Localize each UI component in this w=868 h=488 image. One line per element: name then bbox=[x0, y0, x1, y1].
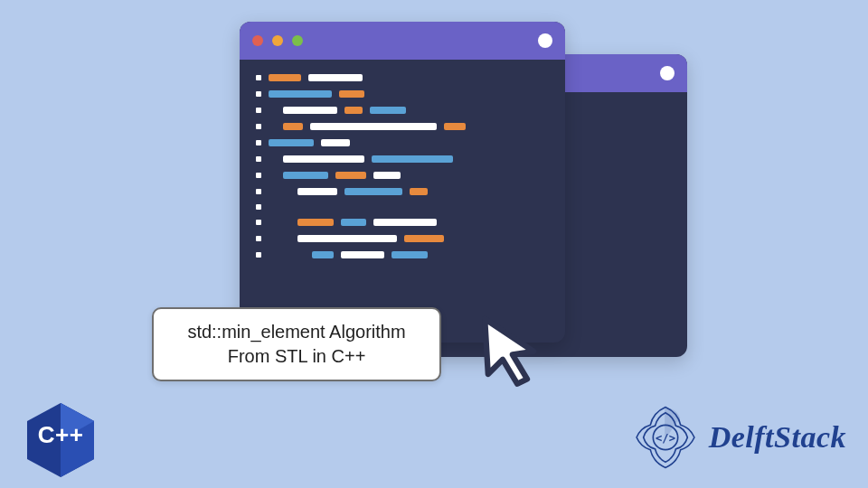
cursor-arrow-icon bbox=[470, 309, 552, 390]
window-control-icon bbox=[538, 33, 552, 48]
brand-name: DelftStack bbox=[709, 420, 846, 455]
traffic-light-green-icon bbox=[292, 35, 303, 46]
traffic-light-yellow-icon bbox=[272, 35, 283, 46]
brand-mandala-icon: </> bbox=[631, 403, 700, 472]
traffic-light-red-icon bbox=[252, 35, 263, 46]
svg-text:</>: </> bbox=[656, 432, 675, 445]
code-area bbox=[240, 60, 565, 282]
cpp-badge-label: C++ bbox=[25, 421, 96, 449]
brand-logo: </> DelftStack bbox=[631, 403, 846, 472]
caption-box: std::min_element Algorithm From STL in C… bbox=[152, 307, 441, 381]
window-control-icon bbox=[660, 66, 675, 80]
thumbnail-stage: std::min_element Algorithm From STL in C… bbox=[0, 0, 868, 488]
code-window-front bbox=[240, 22, 565, 343]
caption-line-1: std::min_element Algorithm bbox=[168, 320, 425, 344]
caption-line-2: From STL in C++ bbox=[168, 344, 425, 369]
window-titlebar-front bbox=[240, 22, 565, 60]
cpp-badge: C++ bbox=[25, 401, 96, 479]
